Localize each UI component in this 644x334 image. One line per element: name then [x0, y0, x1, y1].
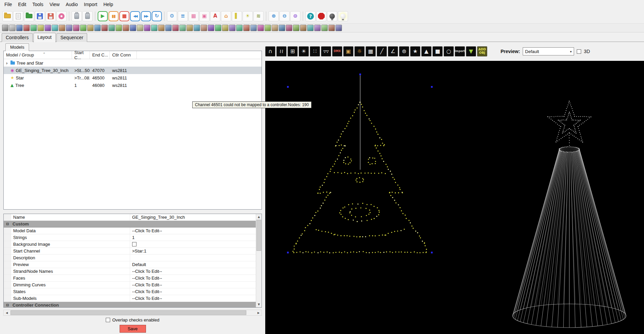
effect-icon[interactable] — [293, 25, 299, 31]
effect-icon[interactable] — [38, 25, 44, 31]
property-value[interactable]: Default — [130, 261, 256, 268]
property-value[interactable]: --Click To Edit-- — [130, 288, 256, 295]
save-as-sequence-icon[interactable] — [46, 11, 56, 21]
property-row-strand-node-names[interactable]: Strand/Node Names--Click To Edit-- — [4, 268, 256, 275]
scrollbar-track[interactable] — [256, 220, 262, 302]
model-row-star[interactable]: ★Star>Tr...081)46500ws2811 — [4, 74, 262, 81]
effect-icon[interactable] — [66, 25, 72, 31]
effect-icon[interactable] — [257, 25, 264, 31]
effect-icon[interactable] — [179, 25, 186, 31]
column-header-start-c[interactable]: Start C... — [72, 51, 90, 59]
tab-layout[interactable]: Layout — [33, 33, 56, 42]
effect-icon[interactable] — [236, 25, 243, 31]
matrix-tool[interactable]: ▦ — [366, 46, 376, 56]
properties-scrollbar[interactable]: ▲ ▼ — [256, 214, 262, 307]
replay-section-icon[interactable]: ↻ — [152, 11, 162, 21]
3d-checkbox[interactable] — [577, 49, 581, 54]
menu-file[interactable]: File — [1, 1, 15, 8]
display-elements-icon[interactable]: ▦ — [189, 11, 199, 21]
property-row-background-image[interactable]: Background Image — [4, 241, 256, 248]
property-value[interactable]: >Star:1 — [130, 248, 256, 254]
effect-icon[interactable] — [165, 25, 172, 31]
lights-off-icon[interactable] — [327, 11, 337, 21]
effect-icon[interactable] — [307, 25, 314, 31]
scroll-up-icon[interactable]: ▲ — [256, 214, 262, 220]
overlap-checks-checkbox[interactable] — [106, 318, 110, 322]
effect-icon[interactable] — [243, 25, 250, 31]
effect-icon[interactable] — [137, 25, 143, 31]
column-header-end-c[interactable]: End C... — [90, 51, 110, 59]
property-value[interactable]: --Click To Edit-- — [130, 275, 256, 281]
model-preview-icon[interactable]: ▣ — [199, 11, 209, 21]
effect-icon[interactable] — [9, 25, 16, 31]
cube-tool[interactable]: ■ — [432, 46, 443, 56]
spinner-tool[interactable]: ☼ — [354, 46, 365, 56]
effect-icon[interactable] — [250, 25, 257, 31]
property-value[interactable]: --Click To Edit-- — [130, 282, 256, 288]
circle-tool[interactable]: ☀ — [299, 46, 309, 56]
effect-assist-icon[interactable]: ☀ — [243, 11, 253, 21]
paste-by-time-icon[interactable] — [72, 11, 82, 21]
effect-icon[interactable] — [23, 25, 30, 31]
expander-icon[interactable]: › — [6, 61, 10, 66]
layout-preview-canvas[interactable] — [265, 61, 644, 334]
scrollbar-thumb[interactable] — [256, 220, 261, 251]
effect-icon[interactable] — [222, 25, 228, 31]
property-row-name[interactable]: NameGE_Singing_Tree_30_Inch — [4, 214, 256, 221]
effect-icon[interactable] — [336, 25, 342, 31]
effect-icon[interactable] — [321, 25, 328, 31]
scroll-down-icon[interactable]: ▼ — [256, 302, 262, 307]
hscrollbar-track[interactable] — [10, 310, 255, 315]
horizontal-scrollbar[interactable]: ◀ ▶ — [3, 310, 262, 316]
fast-forward-icon[interactable]: ▶▶ — [141, 11, 151, 21]
play-icon[interactable]: ▶ — [98, 11, 108, 21]
property-row-faces[interactable]: Faces--Click To Edit-- — [4, 275, 256, 282]
preview-select[interactable]: Default ▾ — [523, 47, 574, 55]
menu-import[interactable]: Import — [81, 1, 100, 8]
paste-by-cell-icon[interactable] — [82, 11, 93, 21]
arches-tool[interactable]: ∩ — [265, 46, 275, 56]
property-row-model-data[interactable]: Model Data--Click To Edit-- — [4, 228, 256, 234]
stop-now-icon[interactable] — [316, 11, 326, 21]
scroll-left-icon[interactable]: ◀ — [4, 310, 10, 315]
effect-icon[interactable] — [144, 25, 150, 31]
download-model-tool[interactable]: ▼ — [466, 46, 476, 56]
layer-settings-icon[interactable]: ▌ — [232, 11, 242, 21]
window-frame-tool[interactable]: ⊞ — [288, 46, 298, 56]
column-header-model-group[interactable]: Model / Group^ — [4, 51, 72, 59]
effect-icon[interactable] — [59, 25, 65, 31]
save-button[interactable]: Save — [120, 325, 146, 333]
effect-icon[interactable] — [45, 25, 51, 31]
poly-line-tool[interactable]: ∠ — [388, 46, 398, 56]
pause-icon[interactable]: ▮▮ — [108, 11, 119, 21]
add-object-tool[interactable]: ADD OBJ — [477, 46, 487, 56]
effect-icon[interactable] — [158, 25, 165, 31]
property-row-controller-connection[interactable]: ⊟Controller Connection — [4, 302, 256, 308]
output-to-lights-icon[interactable] — [338, 11, 348, 21]
model-row-tree-and-star[interactable]: ›Tree and Star — [4, 59, 262, 67]
custom-model-tool[interactable]: ∷ — [310, 46, 320, 56]
column-header-ctlr-conn[interactable]: Ctlr Conn — [110, 51, 137, 59]
zoom-in-icon[interactable]: ⊕ — [269, 11, 279, 21]
sequence-settings-icon[interactable]: ⚙ — [167, 11, 177, 21]
dmx-tool[interactable]: DMX — [332, 46, 342, 56]
model-row-tree[interactable]: ▲Tree146080ws2811 — [4, 81, 262, 89]
star-tool[interactable]: ★ — [410, 46, 420, 56]
effect-icon[interactable] — [151, 25, 157, 31]
effect-icon[interactable] — [300, 25, 306, 31]
property-row-description[interactable]: Description — [4, 255, 256, 261]
effect-icon[interactable] — [87, 25, 94, 31]
stop-icon[interactable]: ■ — [119, 11, 129, 21]
effect-icon[interactable] — [16, 25, 23, 31]
house-preview-icon[interactable]: ⌂ — [221, 11, 231, 21]
zoom-reset-icon[interactable]: ⊙ — [290, 11, 300, 21]
effect-icon[interactable] — [187, 25, 193, 31]
property-row-strings[interactable]: Strings1 — [4, 234, 256, 241]
effect-icon[interactable] — [286, 25, 292, 31]
tree-tool[interactable]: ▲ — [421, 46, 431, 56]
icicles-tool[interactable]: ▿▿ — [321, 46, 331, 56]
effects-panel-icon[interactable]: ≋ — [253, 11, 264, 21]
model-row-ge-singing-tree-30-inch[interactable]: ◉GE_Singing_Tree_30_Inch>St...501)47070w… — [4, 67, 262, 74]
property-checkbox[interactable] — [132, 242, 137, 246]
effect-icon[interactable] — [194, 25, 200, 31]
